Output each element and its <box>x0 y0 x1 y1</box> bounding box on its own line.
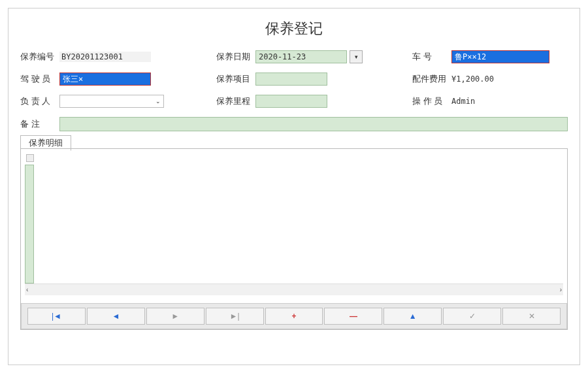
first-icon: |◄ <box>52 312 61 321</box>
input-maint-mileage[interactable] <box>255 95 327 108</box>
date-picker-button[interactable]: ▾ <box>350 50 363 63</box>
last-icon: ►| <box>230 312 240 321</box>
form-area: 保养编号 BY20201123001 保养日期 2020-11-23 ▾ 车 号… <box>20 50 568 131</box>
nav-delete-button[interactable]: — <box>324 308 382 325</box>
input-vehicle-no[interactable]: 鲁P××12 <box>451 50 549 63</box>
label-operator: 操 作 员 <box>412 95 451 107</box>
label-responsible: 负 责 人 <box>20 95 59 107</box>
label-maint-no: 保养编号 <box>20 51 59 63</box>
page-title: 保养登记 <box>20 19 568 39</box>
grid-select-all-checkbox[interactable] <box>26 154 34 162</box>
input-remark[interactable] <box>59 117 568 131</box>
x-icon: ✕ <box>529 312 535 321</box>
input-maint-item[interactable] <box>255 73 327 86</box>
chevron-down-icon: ⌄ <box>155 98 161 105</box>
check-icon: ✓ <box>469 312 476 321</box>
nav-first-button[interactable]: |◄ <box>27 308 86 325</box>
prev-icon: ◄ <box>112 312 120 321</box>
label-remark: 备 注 <box>20 118 59 130</box>
scroll-right-icon: › <box>560 286 562 293</box>
grid-row-selector[interactable] <box>25 165 34 284</box>
scroll-left-icon: ‹ <box>26 286 28 293</box>
next-icon: ► <box>171 312 179 321</box>
plus-icon: + <box>292 312 297 321</box>
label-driver: 驾 驶 员 <box>20 73 59 85</box>
input-maint-date[interactable]: 2020-11-23 <box>255 50 347 63</box>
select-responsible[interactable]: ⌄ <box>59 95 164 108</box>
nav-add-button[interactable]: + <box>265 308 323 325</box>
nav-ok-button[interactable]: ✓ <box>443 308 501 325</box>
nav-last-button[interactable]: ►| <box>206 308 264 325</box>
input-driver[interactable]: 张三× <box>59 73 151 86</box>
triangle-up-icon: ▲ <box>409 312 417 321</box>
detail-panel: ‹ › |◄ ◄ ► ►| + — ▲ ✓ ✕ <box>20 148 568 330</box>
maintenance-form-window: 保养登记 保养编号 BY20201123001 保养日期 2020-11-23 … <box>8 8 580 365</box>
label-maint-mileage: 保养里程 <box>216 95 255 107</box>
minus-icon: — <box>350 312 357 321</box>
nav-edit-button[interactable]: ▲ <box>384 308 442 325</box>
label-parts-cost: 配件费用 <box>412 73 451 85</box>
record-navigator: |◄ ◄ ► ►| + — ▲ ✓ ✕ <box>21 303 567 329</box>
value-operator: Admin <box>451 97 475 106</box>
horizontal-scrollbar[interactable]: ‹ › <box>25 284 563 295</box>
value-parts-cost: ¥1,200.00 <box>451 74 494 84</box>
label-maint-item: 保养项目 <box>216 73 255 85</box>
label-vehicle-no: 车 号 <box>412 51 451 63</box>
chevron-down-icon: ▾ <box>355 54 358 60</box>
nav-cancel-button[interactable]: ✕ <box>502 308 561 325</box>
nav-next-button[interactable]: ► <box>146 308 204 325</box>
value-maint-no: BY20201123001 <box>59 52 151 62</box>
label-maint-date: 保养日期 <box>216 51 255 63</box>
nav-prev-button[interactable]: ◄ <box>87 308 145 325</box>
